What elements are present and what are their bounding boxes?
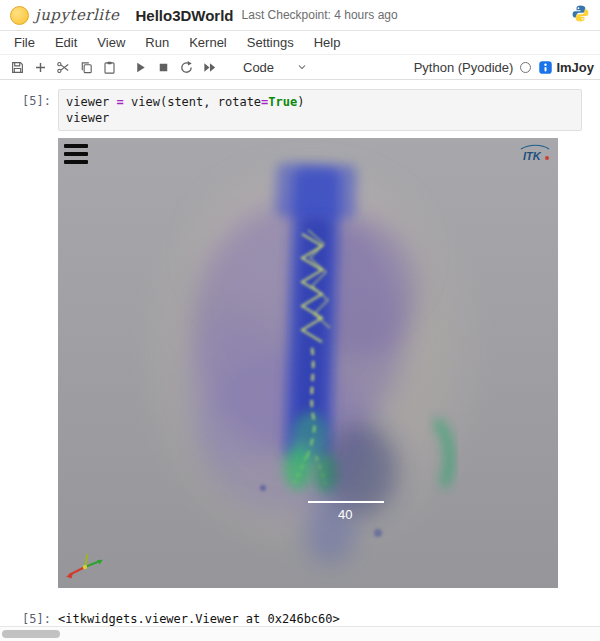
- jupyterlite-app: jupyterlite Hello3DWorld Last Checkpoint…: [0, 0, 600, 641]
- output-text-cell: [5]: <itkwidgets.viewer.Viewer at 0x246b…: [0, 607, 600, 626]
- menu-view[interactable]: View: [87, 32, 135, 53]
- stop-button[interactable]: [152, 57, 174, 78]
- fast-forward-icon: [202, 60, 217, 75]
- output-widget-cell: 40 ITK: [0, 138, 600, 588]
- viewer-menu-button[interactable]: [64, 144, 88, 164]
- kernel-status-icon[interactable]: [520, 62, 531, 73]
- code-editor[interactable]: viewer = view(stent, rotate=True) viewer: [58, 89, 582, 131]
- stop-icon: [156, 60, 171, 75]
- notebook-area: [5]: viewer = view(stent, rotate=True) v…: [0, 80, 600, 626]
- restart-kernel-button[interactable]: [175, 57, 197, 78]
- itk-logo: ITK: [518, 142, 552, 166]
- toolbar-right: Python (Pyodide) ImJoy: [414, 60, 594, 75]
- notebook-title[interactable]: Hello3DWorld: [135, 7, 233, 24]
- imjoy-icon: [538, 60, 553, 75]
- menu-edit[interactable]: Edit: [45, 32, 87, 53]
- save-button[interactable]: [6, 57, 28, 78]
- copy-button[interactable]: [75, 57, 97, 78]
- save-icon: [10, 60, 25, 75]
- itk-3d-viewer[interactable]: 40 ITK: [58, 138, 558, 588]
- plus-icon: [33, 60, 48, 75]
- input-prompt: [5]:: [0, 89, 58, 108]
- notebook-toolbar: Code Python (Pyodide) ImJoy: [0, 55, 600, 80]
- output-prompt: [5]:: [0, 607, 58, 626]
- scrollbar-thumb[interactable]: [2, 630, 60, 638]
- run-button[interactable]: [129, 57, 151, 78]
- code-line-1: viewer = view(stent, rotate=True): [66, 94, 574, 110]
- cell-type-value: Code: [243, 60, 274, 75]
- menu-settings[interactable]: Settings: [237, 32, 304, 53]
- horizontal-scrollbar[interactable]: [0, 626, 600, 641]
- output-repr-text: <itkwidgets.viewer.Viewer at 0x246bc60>: [58, 607, 340, 626]
- checkpoint-status: Last Checkpoint: 4 hours ago: [242, 8, 398, 22]
- paste-icon: [102, 60, 117, 75]
- kernel-name[interactable]: Python (Pyodide): [414, 60, 514, 75]
- python-logo-icon: [571, 4, 590, 27]
- scale-bar-label: 40: [338, 507, 352, 522]
- menu-file[interactable]: File: [4, 32, 45, 53]
- itk-logo-text: ITK: [523, 150, 542, 162]
- menu-run[interactable]: Run: [135, 32, 179, 53]
- imjoy-label: ImJoy: [556, 60, 594, 75]
- refresh-icon: [179, 60, 194, 75]
- paste-button[interactable]: [98, 57, 120, 78]
- volume-render[interactable]: 40: [58, 138, 558, 588]
- code-cell: [5]: viewer = view(stent, rotate=True) v…: [0, 89, 600, 131]
- orientation-axes-icon: [64, 550, 106, 584]
- run-all-button[interactable]: [198, 57, 220, 78]
- menu-kernel[interactable]: Kernel: [179, 32, 237, 53]
- code-line-2: viewer: [66, 110, 574, 126]
- imjoy-button[interactable]: ImJoy: [538, 60, 594, 75]
- chevron-down-icon: [296, 61, 308, 73]
- cut-button[interactable]: [52, 57, 74, 78]
- play-icon: [133, 60, 148, 75]
- jupyterlite-wordmark: jupyterlite: [35, 6, 119, 24]
- menu-help[interactable]: Help: [304, 32, 351, 53]
- output-widget-prompt: [0, 138, 58, 143]
- header: jupyterlite Hello3DWorld Last Checkpoint…: [0, 0, 600, 31]
- scissors-icon: [56, 60, 71, 75]
- jupyterlite-logo-icon: [10, 6, 29, 25]
- cell-type-dropdown[interactable]: Code: [235, 58, 316, 77]
- menubar: File Edit View Run Kernel Settings Help: [0, 31, 600, 55]
- add-cell-button[interactable]: [29, 57, 51, 78]
- copy-icon: [79, 60, 94, 75]
- hamburger-icon: [64, 144, 88, 148]
